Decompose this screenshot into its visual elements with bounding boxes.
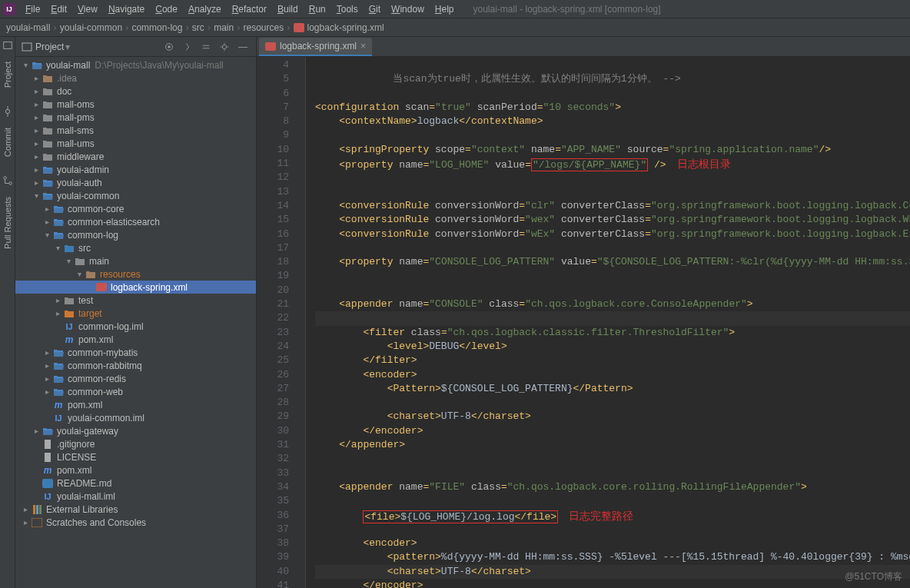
svg-rect-15	[39, 505, 42, 514]
tree-item[interactable]: logback-spring.xml	[15, 281, 256, 294]
tree-item[interactable]: IJcommon-log.iml	[15, 320, 256, 333]
crumb[interactable]: src	[192, 22, 204, 33]
crumb[interactable]: common-log	[131, 22, 182, 33]
menu-edit[interactable]: Edit	[45, 4, 72, 15]
tree-item[interactable]: ▸mall-oms	[15, 98, 256, 111]
crumb[interactable]: logback-spring.xml	[307, 22, 384, 33]
tree-item[interactable]: ▸mall-sms	[15, 124, 256, 137]
svg-point-8	[168, 45, 171, 48]
tree-item[interactable]: ▸youlai-gateway	[15, 424, 256, 437]
left-gutter: Project Commit Pull Requests	[0, 37, 15, 588]
svg-point-1	[5, 110, 9, 114]
pullreq-icon[interactable]	[2, 175, 13, 186]
menubar: IJ FileEditViewNavigateCodeAnalyzeRefact…	[0, 0, 910, 18]
menu-git[interactable]: Git	[364, 4, 386, 15]
editor-content[interactable]: 当scan为true时，此属性生效。默认的时间间隔为1分钟。 --><confi…	[306, 57, 910, 588]
tab-logback[interactable]: logback-spring.xml ×	[259, 38, 372, 56]
expand-all-icon[interactable]	[181, 40, 194, 54]
xml-icon	[265, 42, 276, 51]
tree-item[interactable]: ▾src	[15, 241, 256, 254]
line-gutter: 4567891011121314151617181920212223242526…	[257, 57, 295, 588]
app-logo: IJ	[3, 3, 15, 15]
tree-item[interactable]: ▸External Libraries	[15, 503, 256, 516]
crumb[interactable]: youlai-common	[60, 22, 122, 33]
tree-item[interactable]: ▸middleware	[15, 150, 256, 163]
project-sidebar: Project ▾ — ▾youlai-mallD:\Projects\Java…	[15, 37, 257, 588]
select-opened-icon[interactable]	[162, 40, 176, 54]
collapse-all-icon[interactable]	[199, 40, 213, 54]
svg-point-4	[3, 177, 6, 180]
tree-item[interactable]: ▸Scratches and Consoles	[15, 516, 256, 529]
tree-item[interactable]: LICENSE	[15, 450, 256, 463]
settings-icon[interactable]	[218, 40, 231, 54]
commit-tab[interactable]: Commit	[2, 123, 14, 161]
menu-analyze[interactable]: Analyze	[183, 4, 227, 15]
tree-item[interactable]: .gitignore	[15, 437, 256, 450]
svg-rect-16	[32, 518, 42, 527]
project-tree[interactable]: ▾youlai-mallD:\Projects\Java\My\youlai-m…	[15, 57, 256, 588]
close-icon[interactable]: ×	[360, 41, 366, 51]
svg-rect-13	[33, 505, 35, 514]
svg-rect-10	[45, 440, 51, 449]
tree-item[interactable]: ▸common-rabbitmq	[15, 359, 256, 372]
editor-tabs: logback-spring.xml ×	[257, 37, 910, 57]
tree-item[interactable]: ▸mall-ums	[15, 137, 256, 150]
menu-tools[interactable]: Tools	[331, 4, 364, 15]
tab-label: logback-spring.xml	[280, 41, 357, 51]
menu-run[interactable]: Run	[304, 4, 331, 15]
xml-icon	[294, 23, 304, 32]
menu-view[interactable]: View	[72, 4, 103, 15]
svg-rect-14	[36, 505, 38, 514]
tree-item[interactable]: ▾common-log	[15, 228, 256, 241]
tree-item[interactable]: ▾resources	[15, 267, 256, 281]
menu-file[interactable]: File	[20, 4, 45, 15]
pullreq-tab[interactable]: Pull Requests	[2, 192, 14, 254]
tree-item[interactable]: ▸mall-pms	[15, 111, 256, 124]
hide-icon[interactable]: —	[236, 40, 250, 54]
fold-gutter[interactable]	[295, 57, 306, 588]
commit-icon[interactable]	[2, 106, 13, 117]
menu-navigate[interactable]: Navigate	[103, 4, 150, 15]
crumb[interactable]: youlai-mall	[6, 22, 50, 33]
tree-item[interactable]: ▾main	[15, 254, 256, 267]
tree-item[interactable]: README.md	[15, 477, 256, 490]
tree-item[interactable]: ▸common-core	[15, 202, 256, 215]
menu-help[interactable]: Help	[430, 4, 460, 15]
tree-item[interactable]: ▾youlai-common	[15, 189, 256, 202]
svg-point-5	[8, 182, 12, 185]
menu-build[interactable]: Build	[272, 4, 304, 15]
tree-item[interactable]: ▸target	[15, 307, 256, 320]
tree-item[interactable]: mpom.xml	[15, 333, 256, 346]
tree-item[interactable]: ▾youlai-mallD:\Projects\Java\My\youlai-m…	[15, 58, 256, 71]
tree-item[interactable]: ▸doc	[15, 85, 256, 98]
tree-item[interactable]: mpom.xml	[15, 398, 256, 411]
crumb[interactable]: resources	[244, 22, 284, 33]
crumb[interactable]: main	[214, 22, 234, 33]
editor-area: logback-spring.xml × 4567891011121314151…	[257, 37, 910, 588]
window-title: youlai-mall - logback-spring.xml [common…	[473, 4, 660, 15]
tree-item[interactable]: ▸youlai-auth	[15, 176, 256, 189]
sidebar-title[interactable]: Project	[35, 42, 64, 52]
dropdown-icon[interactable]: ▾	[65, 42, 70, 52]
svg-rect-0	[3, 42, 12, 49]
svg-rect-11	[45, 453, 51, 462]
tree-item[interactable]: ▸common-web	[15, 385, 256, 398]
menu-code[interactable]: Code	[150, 4, 183, 15]
tree-item[interactable]: ▸test	[15, 294, 256, 307]
tree-item[interactable]: ▸common-redis	[15, 372, 256, 385]
menu-refactor[interactable]: Refactor	[227, 4, 272, 15]
svg-rect-6	[22, 43, 32, 51]
project-icon[interactable]	[2, 40, 13, 51]
tree-item[interactable]: mpom.xml	[15, 463, 256, 477]
project-view-icon	[22, 42, 32, 52]
tree-item[interactable]: ▸.idea	[15, 71, 256, 85]
svg-rect-12	[42, 479, 53, 488]
tree-item[interactable]: ▸common-elasticsearch	[15, 215, 256, 228]
project-tab[interactable]: Project	[2, 57, 14, 92]
tree-item[interactable]: ▸youlai-admin	[15, 163, 256, 176]
svg-point-9	[222, 45, 226, 48]
tree-item[interactable]: ▸common-mybatis	[15, 346, 256, 359]
tree-item[interactable]: IJyoulai-common.iml	[15, 411, 256, 424]
tree-item[interactable]: IJyoulai-mall.iml	[15, 490, 256, 503]
menu-window[interactable]: Window	[386, 4, 430, 15]
